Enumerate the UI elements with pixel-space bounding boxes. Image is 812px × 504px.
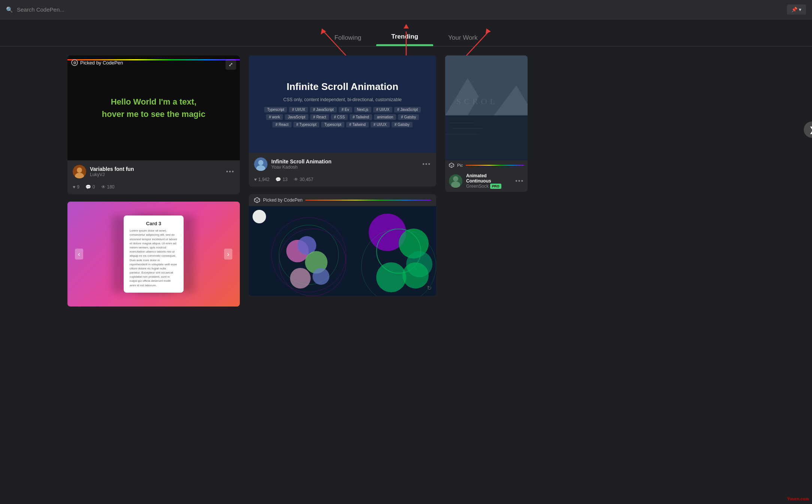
card-title-1: Variables font fun: [90, 166, 222, 172]
more-button-1[interactable]: •••: [226, 168, 235, 175]
svg-point-7: [77, 168, 82, 173]
tag-8: # work: [266, 114, 283, 120]
tag-10: # React: [310, 114, 329, 120]
main-content: ⚙ Picked by CodePen ⤢ Hello World I'm a …: [0, 46, 812, 316]
stat-views-2: 👁 30,457: [294, 177, 314, 182]
codepen-icon-right: [449, 163, 454, 168]
svg-line-13: [254, 199, 257, 200]
picked-row-2: Picked by CodePen: [249, 194, 436, 206]
card-stats-1: ♥ 9 💬 0 👁 180: [67, 183, 240, 194]
card-info-2: Infinite Scroll Animation Yoav Kadosh: [271, 159, 419, 170]
tag-15: # React: [272, 122, 291, 127]
heart-icon-2: ♥: [254, 177, 257, 182]
right-card-footer: Animated Continuous GreenSock PRO •••: [445, 170, 528, 192]
stat-views-1: 👁 180: [101, 184, 115, 190]
tag-4: # Ev: [339, 107, 352, 112]
comment-icon-2: 💬: [275, 177, 281, 182]
gear-icon: ⚙: [71, 59, 78, 66]
tag-1: Typescript: [264, 107, 287, 112]
eye-icon: 👁: [101, 184, 106, 190]
tag-9: JavaScript: [285, 114, 308, 120]
card-preview-1: ⚙ Picked by CodePen ⤢ Hello World I'm a …: [67, 55, 240, 160]
white-circle: [253, 210, 266, 223]
card-author-2: Yoav Kadosh: [271, 165, 419, 170]
tab-trending[interactable]: Trending: [376, 28, 433, 46]
right-card-title: Animated Continuous: [466, 173, 511, 184]
tag-14: # Gatsby: [398, 114, 419, 120]
pin-button[interactable]: 📌 ▾: [787, 4, 806, 15]
card-nav-right[interactable]: ›: [224, 249, 232, 260]
card-3d-element: Card 3 Lorem ipsum dolor sit amet, conse…: [124, 215, 184, 293]
search-input[interactable]: [17, 6, 783, 13]
svg-rect-21: [445, 115, 528, 160]
comment-icon: 💬: [85, 184, 91, 190]
tag-11: # CSS: [331, 114, 348, 120]
svg-point-31: [453, 176, 458, 181]
tag-7: # JavaScript: [394, 107, 421, 112]
right-column: SCROL Pic: [445, 55, 528, 307]
card-title-2: Infinite Scroll Animation: [271, 159, 419, 165]
stat-likes-1: ♥ 9: [73, 184, 79, 190]
middle-column: Infinite Scroll Animation CSS only, cont…: [249, 55, 436, 307]
watermark: Yuucn.com: [787, 497, 809, 501]
right-author-row: GreenSock PRO: [466, 184, 511, 189]
stat-likes-2: ♥ 1,942: [254, 177, 269, 182]
scroll-title: Infinite Scroll Animation: [287, 81, 398, 93]
avatar-lukyvj: [73, 165, 86, 178]
tag-17: Typescript: [321, 122, 344, 127]
tag-13: animation: [374, 114, 396, 120]
right-picked-row: Pic: [445, 160, 528, 170]
tag-3: # JavaScript: [310, 107, 336, 112]
card-gradient: ‹ Card 3 Lorem ipsum dolor sit amet, con…: [67, 202, 240, 307]
card-preview-2: Infinite Scroll Animation CSS only, cont…: [249, 55, 436, 153]
avatar-yoav: [254, 157, 268, 171]
svg-line-28: [452, 164, 454, 166]
eye-icon-2: 👁: [294, 177, 298, 182]
tab-following[interactable]: Following: [319, 30, 376, 46]
right-rainbow-line: [466, 165, 524, 166]
more-button-right[interactable]: •••: [515, 178, 524, 184]
svg-text:SCROL: SCROL: [456, 97, 498, 106]
card-author-1: LukyVJ: [90, 172, 222, 177]
avatar-greensock: [449, 174, 462, 188]
picked-badge: ⚙ Picked by CodePen: [71, 59, 123, 66]
right-card-info: Animated Continuous GreenSock PRO: [466, 173, 511, 189]
codepen-icon: [254, 197, 260, 203]
refresh-icon[interactable]: ↻: [427, 284, 432, 292]
card-text-demo: Hello World I'm a text, hover me to see …: [102, 96, 205, 120]
heart-icon: ♥: [73, 184, 75, 190]
svg-line-27: [449, 164, 452, 166]
card-3d-text: Lorem ipsum dolor sit amet, consectetur …: [130, 229, 178, 287]
card-footer-2: Infinite Scroll Animation Yoav Kadosh ••…: [249, 153, 436, 175]
right-card-author: GreenSock: [466, 184, 489, 189]
card-preview-gradient: ‹ Card 3 Lorem ipsum dolor sit amet, con…: [67, 202, 240, 307]
tag-20: # Gatsby: [392, 122, 413, 127]
card-nav-left[interactable]: ‹: [75, 249, 83, 260]
stat-comments-1: 💬 0: [85, 184, 95, 190]
right-preview: SCROL: [445, 55, 528, 160]
picked-rainbow-line: [305, 200, 431, 200]
card-info-1: Variables font fun LukyVJ: [90, 166, 222, 177]
card-circles: Picked by CodePen: [249, 194, 436, 296]
tabs-container: Following Trending Your Work: [0, 19, 812, 46]
svg-point-10: [258, 160, 263, 165]
search-icon: 🔍: [6, 6, 13, 13]
tag-16: # Typescript: [293, 122, 320, 127]
tag-6: # UI/UX: [373, 107, 392, 112]
tag-19: # UI/UX: [371, 122, 390, 127]
card-animated-continuous: SCROL Pic: [445, 55, 528, 192]
stat-comments-2: 💬 13: [275, 177, 287, 182]
tag-2: # UI/UX: [289, 107, 308, 112]
more-button-2[interactable]: •••: [422, 161, 431, 168]
expand-button[interactable]: ⤢: [226, 59, 236, 70]
card-footer-1: Variables font fun LukyVJ •••: [67, 160, 240, 183]
circles-preview: ↻: [249, 206, 436, 296]
pro-badge: PRO: [490, 184, 501, 189]
card-variables-font: ⚙ Picked by CodePen ⤢ Hello World I'm a …: [67, 55, 240, 194]
header: 🔍 📌 ▾: [0, 0, 812, 19]
card-infinite-scroll: Infinite Scroll Animation CSS only, cont…: [249, 55, 436, 187]
tag-12: # Tailwind: [350, 114, 372, 120]
card-3d-title: Card 3: [130, 221, 178, 226]
tab-your-work[interactable]: Your Work: [433, 30, 492, 46]
ring-3: [279, 229, 346, 296]
